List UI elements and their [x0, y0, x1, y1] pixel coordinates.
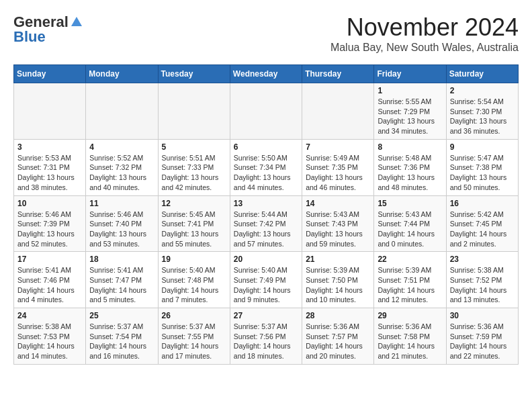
day-number: 17 — [17, 255, 82, 264]
day-info: Sunrise: 5:39 AMSunset: 7:50 PMDaylight:… — [306, 265, 370, 305]
weekday-header-row: SundayMondayTuesdayWednesdayThursdayFrid… — [14, 65, 519, 83]
day-number: 10 — [17, 199, 82, 208]
calendar-cell — [86, 83, 158, 140]
day-number: 26 — [162, 311, 226, 320]
day-number: 6 — [234, 142, 298, 152]
calendar-cell: 13Sunrise: 5:44 AMSunset: 7:42 PMDayligh… — [230, 195, 302, 252]
day-info: Sunrise: 5:52 AMSunset: 7:32 PMDaylight:… — [89, 153, 154, 193]
weekday-header-saturday: Saturday — [446, 65, 518, 83]
calendar-cell: 21Sunrise: 5:39 AMSunset: 7:50 PMDayligh… — [302, 252, 374, 308]
day-info: Sunrise: 5:36 AMSunset: 7:58 PMDaylight:… — [378, 322, 442, 361]
day-info: Sunrise: 5:44 AMSunset: 7:42 PMDaylight:… — [234, 210, 298, 249]
calendar-cell: 12Sunrise: 5:45 AMSunset: 7:41 PMDayligh… — [158, 195, 230, 252]
day-number: 28 — [306, 311, 370, 320]
logo-text-blue: Blue — [13, 28, 46, 46]
weekday-header-sunday: Sunday — [14, 65, 86, 83]
calendar-cell: 7Sunrise: 5:49 AMSunset: 7:35 PMDaylight… — [302, 139, 374, 195]
calendar-cell — [230, 83, 302, 140]
weekday-header-wednesday: Wednesday — [230, 65, 302, 83]
day-info: Sunrise: 5:38 AMSunset: 7:53 PMDaylight:… — [17, 322, 82, 361]
day-number: 21 — [306, 255, 370, 264]
day-info: Sunrise: 5:50 AMSunset: 7:34 PMDaylight:… — [234, 153, 298, 193]
day-info: Sunrise: 5:51 AMSunset: 7:33 PMDaylight:… — [162, 153, 226, 193]
day-number: 22 — [378, 255, 442, 264]
day-info: Sunrise: 5:38 AMSunset: 7:52 PMDaylight:… — [450, 265, 515, 305]
day-info: Sunrise: 5:47 AMSunset: 7:38 PMDaylight:… — [450, 153, 515, 193]
day-number: 12 — [162, 199, 226, 208]
calendar-cell: 29Sunrise: 5:36 AMSunset: 7:58 PMDayligh… — [374, 308, 446, 365]
day-number: 30 — [450, 311, 515, 320]
day-number: 25 — [89, 311, 154, 320]
calendar-cell: 3Sunrise: 5:53 AMSunset: 7:31 PMDaylight… — [14, 139, 86, 195]
day-info: Sunrise: 5:53 AMSunset: 7:31 PMDaylight:… — [17, 153, 82, 193]
weekday-header-friday: Friday — [374, 65, 446, 83]
day-info: Sunrise: 5:37 AMSunset: 7:56 PMDaylight:… — [234, 322, 298, 361]
calendar-cell — [158, 83, 230, 140]
calendar-cell: 10Sunrise: 5:46 AMSunset: 7:39 PMDayligh… — [14, 195, 86, 252]
calendar-cell: 1Sunrise: 5:55 AMSunset: 7:29 PMDaylight… — [374, 83, 446, 140]
weekday-header-monday: Monday — [86, 65, 158, 83]
week-row-1: 1Sunrise: 5:55 AMSunset: 7:29 PMDaylight… — [14, 83, 519, 140]
calendar-cell: 22Sunrise: 5:39 AMSunset: 7:51 PMDayligh… — [374, 252, 446, 308]
calendar-cell: 30Sunrise: 5:36 AMSunset: 7:59 PMDayligh… — [446, 308, 518, 365]
calendar-cell: 15Sunrise: 5:43 AMSunset: 7:44 PMDayligh… — [374, 195, 446, 252]
day-number: 5 — [162, 142, 226, 152]
calendar-cell: 5Sunrise: 5:51 AMSunset: 7:33 PMDaylight… — [158, 139, 230, 195]
calendar-cell: 19Sunrise: 5:40 AMSunset: 7:48 PMDayligh… — [158, 252, 230, 308]
calendar-cell: 20Sunrise: 5:40 AMSunset: 7:49 PMDayligh… — [230, 252, 302, 308]
week-row-5: 24Sunrise: 5:38 AMSunset: 7:53 PMDayligh… — [14, 308, 519, 365]
calendar-cell: 24Sunrise: 5:38 AMSunset: 7:53 PMDayligh… — [14, 308, 86, 365]
calendar-cell: 8Sunrise: 5:48 AMSunset: 7:36 PMDaylight… — [374, 139, 446, 195]
day-info: Sunrise: 5:43 AMSunset: 7:43 PMDaylight:… — [306, 210, 370, 249]
day-number: 4 — [89, 142, 154, 152]
logo-icon — [71, 17, 82, 26]
logo: General Blue — [13, 13, 82, 46]
calendar-cell: 6Sunrise: 5:50 AMSunset: 7:34 PMDaylight… — [230, 139, 302, 195]
day-info: Sunrise: 5:45 AMSunset: 7:41 PMDaylight:… — [162, 210, 226, 249]
day-info: Sunrise: 5:41 AMSunset: 7:46 PMDaylight:… — [17, 265, 82, 305]
calendar-cell: 14Sunrise: 5:43 AMSunset: 7:43 PMDayligh… — [302, 195, 374, 252]
location-subtitle: Malua Bay, New South Wales, Australia — [330, 42, 519, 54]
day-info: Sunrise: 5:46 AMSunset: 7:40 PMDaylight:… — [89, 210, 154, 249]
weekday-header-thursday: Thursday — [302, 65, 374, 83]
day-info: Sunrise: 5:40 AMSunset: 7:48 PMDaylight:… — [162, 265, 226, 305]
day-info: Sunrise: 5:46 AMSunset: 7:39 PMDaylight:… — [17, 210, 82, 249]
day-number: 27 — [234, 311, 298, 320]
weekday-header-tuesday: Tuesday — [158, 65, 230, 83]
calendar-cell: 16Sunrise: 5:42 AMSunset: 7:45 PMDayligh… — [446, 195, 518, 252]
day-number: 2 — [450, 86, 515, 95]
day-info: Sunrise: 5:37 AMSunset: 7:55 PMDaylight:… — [162, 322, 226, 361]
day-info: Sunrise: 5:49 AMSunset: 7:35 PMDaylight:… — [306, 153, 370, 193]
calendar-cell: 27Sunrise: 5:37 AMSunset: 7:56 PMDayligh… — [230, 308, 302, 365]
day-info: Sunrise: 5:54 AMSunset: 7:30 PMDaylight:… — [450, 97, 515, 136]
day-info: Sunrise: 5:39 AMSunset: 7:51 PMDaylight:… — [378, 265, 442, 305]
week-row-4: 17Sunrise: 5:41 AMSunset: 7:46 PMDayligh… — [14, 252, 519, 308]
calendar-cell: 23Sunrise: 5:38 AMSunset: 7:52 PMDayligh… — [446, 252, 518, 308]
day-number: 15 — [378, 199, 442, 208]
calendar-cell: 18Sunrise: 5:41 AMSunset: 7:47 PMDayligh… — [86, 252, 158, 308]
calendar-cell: 25Sunrise: 5:37 AMSunset: 7:54 PMDayligh… — [86, 308, 158, 365]
day-number: 20 — [234, 255, 298, 264]
day-number: 29 — [378, 311, 442, 320]
calendar-cell: 4Sunrise: 5:52 AMSunset: 7:32 PMDaylight… — [86, 139, 158, 195]
calendar-cell: 17Sunrise: 5:41 AMSunset: 7:46 PMDayligh… — [14, 252, 86, 308]
day-info: Sunrise: 5:48 AMSunset: 7:36 PMDaylight:… — [378, 153, 442, 193]
week-row-3: 10Sunrise: 5:46 AMSunset: 7:39 PMDayligh… — [14, 195, 519, 252]
day-number: 3 — [17, 142, 82, 152]
day-number: 7 — [306, 142, 370, 152]
day-number: 1 — [378, 86, 442, 95]
day-info: Sunrise: 5:36 AMSunset: 7:57 PMDaylight:… — [306, 322, 370, 361]
day-number: 9 — [450, 142, 515, 152]
calendar-cell — [14, 83, 86, 140]
calendar-cell: 2Sunrise: 5:54 AMSunset: 7:30 PMDaylight… — [446, 83, 518, 140]
calendar-cell: 11Sunrise: 5:46 AMSunset: 7:40 PMDayligh… — [86, 195, 158, 252]
day-number: 14 — [306, 199, 370, 208]
page-header: General Blue November 2024 Malua Bay, Ne… — [13, 13, 519, 54]
calendar-cell: 9Sunrise: 5:47 AMSunset: 7:38 PMDaylight… — [446, 139, 518, 195]
day-info: Sunrise: 5:43 AMSunset: 7:44 PMDaylight:… — [378, 210, 442, 249]
day-number: 16 — [450, 199, 515, 208]
day-info: Sunrise: 5:36 AMSunset: 7:59 PMDaylight:… — [450, 322, 515, 361]
day-info: Sunrise: 5:40 AMSunset: 7:49 PMDaylight:… — [234, 265, 298, 305]
month-title: November 2024 — [330, 13, 519, 42]
day-number: 11 — [89, 199, 154, 208]
